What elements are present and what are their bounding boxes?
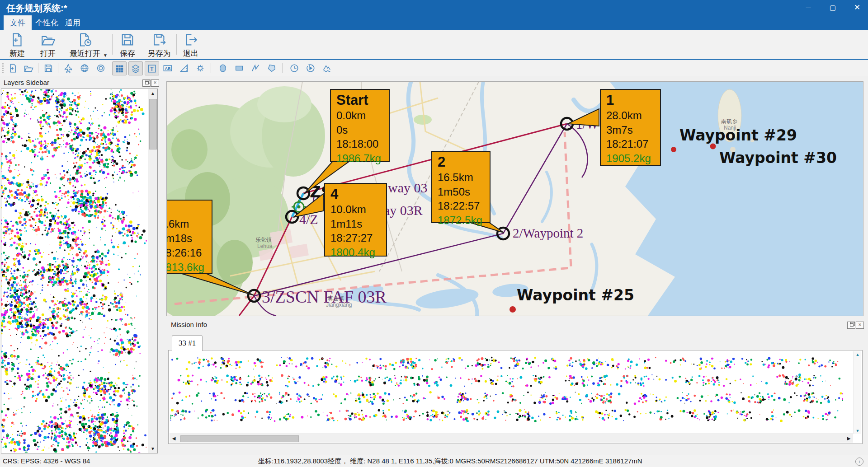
tb-save-icon[interactable] <box>42 61 55 75</box>
callout-title: Start <box>336 92 384 108</box>
close-panel-icon[interactable]: ✕ <box>856 322 864 329</box>
scroll-thumb[interactable] <box>180 435 299 442</box>
quick-toolbar: T AB <box>0 60 868 76</box>
scroll-right-icon[interactable]: ▶ <box>844 434 853 443</box>
callout-time: 18:27:27 <box>330 231 382 245</box>
toolbar-separator <box>38 63 38 73</box>
scroll-up-icon[interactable]: ▲ <box>148 89 157 98</box>
toolbar-separator <box>58 63 58 73</box>
callout-time: 18:21:07 <box>606 137 656 151</box>
tb-grid-toggle[interactable] <box>112 61 127 75</box>
tb-terrain-icon[interactable] <box>320 61 334 75</box>
callout-duration: 1m18s <box>166 231 207 246</box>
recent-file-icon <box>77 32 93 47</box>
callout-2[interactable]: 2 16.5km 1m50s 18:22:57 1872.5kg <box>431 151 491 223</box>
callout-time: 18:18:00 <box>336 137 384 151</box>
callout-start[interactable]: Start 0.0km 0s 18:18:00 1986.7kg <box>330 89 390 162</box>
ribbon: 新建 打开 最近打开 ▼ 保存 <box>0 30 868 60</box>
scroll-up-icon[interactable]: ▲ <box>854 351 861 358</box>
scroll-down-icon[interactable]: ▼ <box>148 444 157 453</box>
mission-table[interactable]: ▲ ▼ ◀ ▶ <box>168 350 863 444</box>
tb-text-toggle[interactable]: T <box>145 61 159 75</box>
menu-bar: 文件 个性化 通用 <box>0 15 868 30</box>
sidebar-scrollbar[interactable]: ▲ ▼ <box>148 89 157 453</box>
recent-dropdown-arrow[interactable]: ▼ <box>103 53 108 58</box>
tb-measure-icon[interactable] <box>177 61 191 75</box>
info-icon[interactable]: i <box>855 458 863 466</box>
callout-fuel: 1872.5kg <box>438 213 485 228</box>
scroll-thumb[interactable] <box>149 99 157 149</box>
minimize-button[interactable]: ─ <box>798 0 818 15</box>
mission-redacted-content <box>170 353 843 425</box>
tb-settings-icon[interactable] <box>193 61 207 75</box>
svg-text:AB: AB <box>165 66 171 70</box>
status-bar: CRS: EPSG: 4326 - WGS 84 坐标:116.1932,28.… <box>0 455 868 467</box>
save-label: 保存 <box>120 48 135 59</box>
callout-1[interactable]: 1 28.0km 3m7s 18:21:07 1905.2kg <box>600 89 661 166</box>
tab-general[interactable]: 通用 <box>59 15 87 30</box>
callout-time: 18:22:57 <box>438 199 485 213</box>
map-view[interactable]: 南矶乡 Nanji 乐化镇 Lehua 蒋巷镇 Jiangxiang Waypo… <box>166 81 863 316</box>
maximize-button[interactable]: ▢ <box>823 0 843 15</box>
float-panel-icon[interactable] <box>847 322 855 329</box>
callout-fuel: 1800.4kg <box>330 245 382 260</box>
open-button[interactable]: 打开 <box>40 32 56 59</box>
scroll-left-icon[interactable]: ◀ <box>170 434 178 443</box>
tb-globe-icon[interactable] <box>78 61 91 75</box>
callout-duration: 1m11s <box>330 217 382 231</box>
callout-title: 2 <box>438 154 485 170</box>
toolbar-grip[interactable] <box>2 63 4 74</box>
tb-open-folder-icon[interactable] <box>22 61 35 75</box>
float-panel-icon[interactable] <box>142 79 151 87</box>
waypoint-30-label: Waypoint #30 <box>719 149 837 167</box>
scroll-down-icon[interactable]: ▼ <box>854 428 861 434</box>
tb-replay-icon[interactable] <box>304 61 317 75</box>
layers-list[interactable]: ▲ ▼ <box>1 89 158 453</box>
new-label: 新建 <box>9 48 25 59</box>
svg-text:ay 03R: ay 03R <box>384 203 423 218</box>
save-button[interactable]: 保存 <box>120 32 135 59</box>
waypoint-dot[interactable] <box>710 144 716 149</box>
mission-hscroll[interactable]: ◀ ▶ <box>170 434 853 443</box>
waypoint-25-label: Waypoint #25 <box>517 286 634 304</box>
svg-text:T: T <box>150 65 154 72</box>
callout-duration: 0s <box>336 123 384 137</box>
new-button[interactable]: 新建 <box>9 32 25 59</box>
callout-duration: 1m50s <box>438 185 485 199</box>
ribbon-separator <box>176 34 177 55</box>
callout-3[interactable]: 9.6km 1m18s 18:26:16 1813.6kg <box>166 200 212 274</box>
waypoint-dot[interactable] <box>509 306 516 313</box>
save-icon <box>120 32 135 47</box>
tab-file[interactable]: 文件 <box>4 15 32 30</box>
tb-aircraft-icon[interactable] <box>61 61 75 75</box>
close-button[interactable]: ✕ <box>847 0 867 15</box>
layers-redacted-content <box>1 89 148 453</box>
mission-info-title: Mission Info <box>171 321 207 328</box>
svg-text:way 03: way 03 <box>388 180 427 195</box>
exit-button[interactable]: 退出 <box>183 32 198 59</box>
open-folder-icon <box>40 32 56 47</box>
waypoint-dot[interactable] <box>671 147 676 152</box>
mission-vscroll[interactable]: ▲ ▼ <box>854 351 861 434</box>
tb-layers-toggle[interactable] <box>128 61 143 75</box>
toolbar-separator <box>282 63 283 73</box>
callout-distance: 9.6km <box>166 217 207 231</box>
new-file-icon <box>9 32 25 47</box>
tb-polygon-icon[interactable] <box>265 61 278 75</box>
callout-title: 4 <box>330 186 382 202</box>
svg-text:3/ZSCN FAF 03R: 3/ZSCN FAF 03R <box>262 287 387 306</box>
tb-label-icon[interactable]: AB <box>161 61 175 75</box>
close-panel-icon[interactable]: ✕ <box>151 79 159 87</box>
status-coordinates: 坐标:116.1932,28.8003经度， 维度: N28 48 1, E11… <box>258 457 642 466</box>
recent-open-button[interactable]: 最近打开 <box>70 32 100 59</box>
mission-tab[interactable]: 33 #1 <box>172 335 203 351</box>
tb-target-icon[interactable] <box>94 61 108 75</box>
tb-rectangle-icon[interactable] <box>232 61 246 75</box>
tb-clock-icon[interactable] <box>288 61 301 75</box>
tb-polyline-icon[interactable] <box>249 61 262 75</box>
tb-new-file-icon[interactable] <box>6 61 20 75</box>
tb-ellipse-icon[interactable] <box>216 61 230 75</box>
status-crs: CRS: EPSG: 4326 - WGS 84 <box>3 457 90 465</box>
save-as-button[interactable]: 另存为 <box>148 32 171 59</box>
callout-4[interactable]: 4 10.0km 1m11s 18:27:27 1800.4kg <box>324 183 387 257</box>
